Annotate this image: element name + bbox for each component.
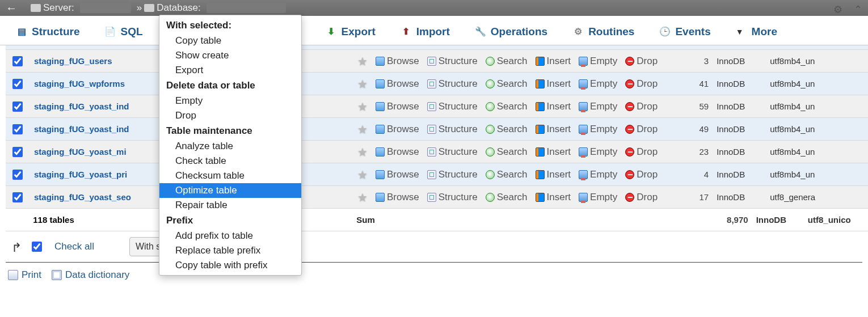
structure-action[interactable]: Structure [427, 101, 478, 112]
check-all-checkbox[interactable] [32, 242, 42, 252]
cm-repair[interactable]: Repair table [159, 198, 301, 213]
row-checkbox[interactable] [12, 124, 23, 134]
structure-action[interactable]: Structure [427, 56, 478, 67]
search-action[interactable]: Search [486, 78, 528, 90]
insert-action[interactable]: Insert [536, 56, 571, 67]
tab-operations[interactable]: 🔧 Operations [465, 21, 558, 43]
cm-show-create[interactable]: Show create [159, 48, 301, 63]
row-checkbox[interactable] [12, 192, 23, 202]
drop-action[interactable]: Drop [625, 192, 658, 203]
cm-empty[interactable]: Empty [159, 94, 301, 108]
row-checkbox[interactable] [12, 102, 23, 112]
search-icon [486, 193, 495, 202]
browse-action[interactable]: Browse [376, 101, 419, 112]
row-count: 4 [675, 170, 709, 179]
operations-tab-icon: 🔧 [475, 26, 486, 37]
search-action[interactable]: Search [486, 124, 528, 135]
search-action[interactable]: Search [486, 56, 528, 67]
row-engine: InnoDB [717, 170, 762, 179]
empty-action[interactable]: Empty [579, 56, 617, 67]
more-caret-icon: ▼ [736, 27, 744, 36]
tab-structure[interactable]: ▤ Structure [6, 21, 90, 43]
back-arrow-icon[interactable]: ← [6, 2, 17, 15]
row-engine: InnoDB [717, 79, 762, 88]
structure-action[interactable]: Structure [427, 146, 478, 158]
favorite-star-icon[interactable]: ★ [357, 122, 368, 136]
structure-action[interactable]: Structure [427, 192, 478, 203]
cm-analyze[interactable]: Analyze table [159, 139, 301, 154]
insert-action[interactable]: Insert [536, 78, 571, 90]
tab-label: Events [675, 26, 710, 38]
browse-action[interactable]: Browse [376, 146, 419, 158]
search-action[interactable]: Search [486, 192, 528, 203]
empty-action[interactable]: Empty [579, 78, 617, 90]
cm-check[interactable]: Check table [159, 154, 301, 168]
insert-action[interactable]: Insert [536, 169, 571, 180]
tab-sql[interactable]: 📄 SQL [94, 21, 153, 43]
drop-action[interactable]: Drop [625, 124, 658, 135]
favorite-star-icon[interactable]: ★ [357, 168, 368, 181]
row-checkbox[interactable] [12, 79, 23, 89]
search-icon [486, 79, 495, 88]
browse-action[interactable]: Browse [376, 78, 419, 90]
tab-more[interactable]: ▼ More [726, 21, 787, 43]
search-icon [486, 147, 495, 157]
row-collation: utf8mb4_un [770, 56, 832, 66]
drop-action[interactable]: Drop [625, 101, 658, 112]
cm-optimize[interactable]: Optimize table [159, 183, 301, 198]
data-dictionary-link[interactable]: Data dictionary [52, 269, 129, 281]
collapse-panel-icon[interactable]: ⌃ [854, 3, 862, 16]
empty-action[interactable]: Empty [579, 101, 617, 112]
row-checkbox[interactable] [12, 56, 23, 66]
cm-drop[interactable]: Drop [159, 108, 301, 123]
drop-action[interactable]: Drop [625, 146, 658, 158]
empty-icon [579, 57, 588, 66]
browse-action[interactable]: Browse [376, 169, 419, 180]
insert-action[interactable]: Insert [536, 124, 571, 135]
server-icon [31, 4, 41, 12]
print-link[interactable]: Print [8, 269, 41, 281]
drop-action[interactable]: Drop [625, 169, 658, 180]
insert-action[interactable]: Insert [536, 192, 571, 203]
tab-routines[interactable]: ⚙ Routines [562, 21, 644, 43]
structure-action[interactable]: Structure [427, 124, 478, 135]
tab-events[interactable]: 🕒 Events [649, 21, 720, 43]
browse-action[interactable]: Browse [376, 192, 419, 203]
insert-icon [536, 147, 545, 157]
check-all-label[interactable]: Check all [54, 241, 94, 252]
drop-action[interactable]: Drop [625, 78, 658, 90]
search-action[interactable]: Search [486, 169, 528, 180]
tab-export[interactable]: ⬇ Export [315, 21, 386, 43]
row-checkbox[interactable] [12, 147, 23, 157]
cm-replace-prefix[interactable]: Replace table prefix [159, 243, 301, 258]
favorite-star-icon[interactable]: ★ [357, 145, 368, 159]
empty-action[interactable]: Empty [579, 169, 617, 180]
structure-action[interactable]: Structure [427, 78, 478, 90]
browse-action[interactable]: Browse [376, 56, 419, 67]
browse-action[interactable]: Browse [376, 124, 419, 135]
cm-export[interactable]: Export [159, 63, 301, 78]
divider [6, 262, 862, 263]
gear-icon[interactable]: ⚙ [833, 3, 842, 16]
favorite-star-icon[interactable]: ★ [357, 54, 368, 68]
favorite-star-icon[interactable]: ★ [357, 100, 368, 113]
structure-action[interactable]: Structure [427, 169, 478, 180]
drop-action[interactable]: Drop [625, 56, 658, 67]
empty-action[interactable]: Empty [579, 192, 617, 203]
favorite-star-icon[interactable]: ★ [357, 77, 368, 91]
search-action[interactable]: Search [486, 101, 528, 112]
empty-action[interactable]: Empty [579, 124, 617, 135]
cm-checksum[interactable]: Checksum table [159, 168, 301, 183]
insert-action[interactable]: Insert [536, 146, 571, 158]
row-checkbox[interactable] [12, 170, 23, 180]
favorite-star-icon[interactable]: ★ [357, 191, 368, 204]
cm-copy-table[interactable]: Copy table [159, 33, 301, 48]
search-action[interactable]: Search [486, 146, 528, 158]
table-row: staging_fUG_users★BrowseStructureSearchI… [6, 50, 868, 73]
cm-add-prefix[interactable]: Add prefix to table [159, 229, 301, 243]
tab-import[interactable]: ⬆ Import [390, 21, 460, 43]
empty-action[interactable]: Empty [579, 146, 617, 158]
cm-copy-prefix[interactable]: Copy table with prefix [159, 258, 301, 273]
insert-action[interactable]: Insert [536, 101, 571, 112]
empty-icon [579, 193, 588, 202]
